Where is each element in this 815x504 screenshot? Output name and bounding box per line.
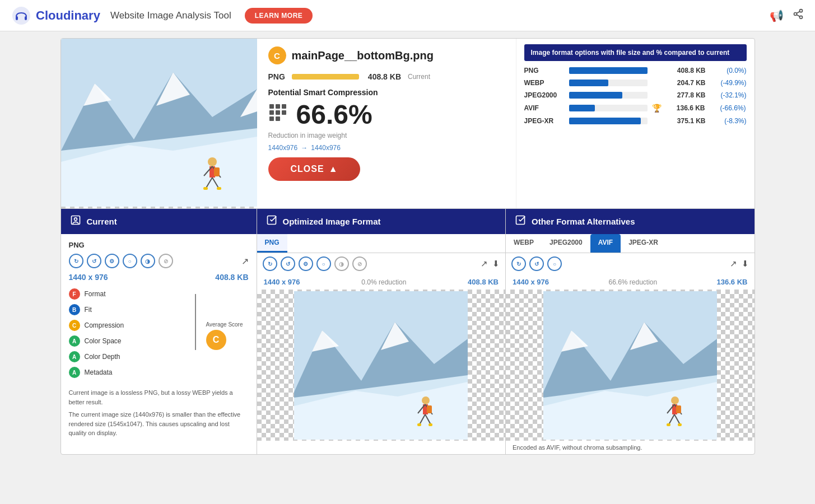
bottom-panels: Current PNG ↻ ↺ ⚙ ○ ◑ ⊘ ↗ 1440 x 976 408… <box>61 208 755 454</box>
fmt-name: JPEG-XR <box>524 117 565 125</box>
svg-rect-1 <box>16 16 18 20</box>
fmt-bar <box>569 67 648 74</box>
svg-line-6 <box>797 15 800 16</box>
other-panel: Other Format Alternatives WEBPJPEG2000AV… <box>506 209 755 454</box>
panel-desc2: The current image size (1440x976) is sma… <box>69 410 249 438</box>
current-label: Current <box>87 217 117 226</box>
tab-png[interactable]: PNG <box>257 234 287 253</box>
share-icon[interactable] <box>793 8 804 22</box>
icon-refresh2[interactable]: ↺ <box>87 254 101 268</box>
learn-more-button[interactable]: LEARN MORE <box>245 8 313 24</box>
other-header-label: Other Format Alternatives <box>532 217 635 226</box>
fmt-bar-container <box>569 67 648 74</box>
optimized-icon <box>266 214 277 228</box>
svg-rect-29 <box>282 110 286 115</box>
logo: Cloudinary <box>11 6 100 26</box>
tab-avif[interactable]: AVIF <box>590 234 621 253</box>
header-title: Website Image Analysis Tool <box>110 10 231 21</box>
format-size: 408.8 KB <box>368 72 401 81</box>
opt-icon3[interactable]: ⚙ <box>299 256 313 271</box>
icon-circle1[interactable]: ◑ <box>141 254 155 268</box>
other-panel-header: Other Format Alternatives <box>506 209 755 234</box>
fmt-name: WEBP <box>524 79 565 87</box>
fmt-size: 375.1 KB <box>667 117 706 125</box>
score-items: F Format B Fit C Compression A Color Spa… <box>69 288 183 382</box>
opt-size: 408.8 KB <box>468 278 499 286</box>
score-item: F Format <box>69 288 183 300</box>
icon-globe[interactable]: ○ <box>123 254 137 268</box>
dim-to: 1440x976 <box>311 144 341 152</box>
oth-external-icon[interactable]: ↗ <box>730 259 737 269</box>
oth-size: 136.6 KB <box>717 278 748 286</box>
icon-refresh1[interactable]: ↻ <box>69 254 83 268</box>
format-options: Image format options with file size and … <box>516 39 755 208</box>
optimized-panel: Optimized Image Format PNG ↻ ↺ ⚙ ○ ◑ ⊘ ↗… <box>257 209 506 454</box>
opt-icon6[interactable]: ⊘ <box>352 256 367 271</box>
fmt-size: 136.6 KB <box>666 104 705 112</box>
file-header: C mainPage__bottomBg.png <box>268 46 505 64</box>
icon-slash[interactable]: ⊘ <box>159 254 173 268</box>
preview-image <box>61 39 257 207</box>
current-panel-body: PNG ↻ ↺ ⚙ ○ ◑ ⊘ ↗ 1440 x 976 408.8 KB F <box>61 234 257 445</box>
format-options-header: Image format options with file size and … <box>524 44 747 61</box>
svg-rect-48 <box>417 423 421 426</box>
opt-reduction: 0.0% reduction <box>361 278 406 286</box>
svg-rect-31 <box>276 116 280 121</box>
opt-icon4[interactable]: ○ <box>316 256 331 271</box>
svg-rect-63 <box>676 405 681 413</box>
other-icon <box>515 214 526 228</box>
format-row-item: AVIF 🏆 136.6 KB (-66.6%) <box>524 104 747 113</box>
megaphone-icon[interactable]: 📢 <box>770 9 784 22</box>
tab-webp[interactable]: WEBP <box>506 234 542 253</box>
panel-filesize: 408.8 KB <box>215 273 248 282</box>
format-rows: PNG 408.8 KB (0.0%) WEBP 204.7 KB (-49.9… <box>524 67 747 125</box>
current-panel-header: Current <box>61 209 257 234</box>
svg-point-41 <box>422 396 430 404</box>
svg-rect-24 <box>269 104 274 109</box>
panel-icons-row: ↻ ↺ ⚙ ○ ◑ ⊘ ↗ <box>69 254 249 268</box>
external-link-icon[interactable]: ↗ <box>241 256 249 267</box>
fmt-bar-container <box>569 105 648 111</box>
svg-rect-47 <box>427 405 432 413</box>
opt-icon1[interactable]: ↻ <box>263 256 277 271</box>
logo-text: Cloudinary <box>36 8 100 23</box>
optimized-image-area <box>257 290 506 441</box>
score-item-label: Color Depth <box>85 353 120 361</box>
score-item-label: Color Space <box>85 337 122 345</box>
format-bar <box>292 74 359 80</box>
svg-rect-21 <box>214 167 220 176</box>
tab-jpeg-xr[interactable]: JPEG-XR <box>621 234 666 253</box>
opt-icon5[interactable]: ◑ <box>334 256 349 271</box>
svg-rect-26 <box>282 104 286 109</box>
svg-rect-25 <box>276 104 280 109</box>
svg-rect-23 <box>217 187 221 190</box>
svg-rect-50 <box>516 216 525 225</box>
fmt-pct: (-49.9%) <box>710 79 747 87</box>
other-icons-bar: ↻ ↺ ○ ↗ ⬇ <box>506 253 755 274</box>
top-section: C mainPage__bottomBg.png PNG 408.8 KB Cu… <box>61 39 755 208</box>
score-item-label: Metadata <box>85 368 113 376</box>
svg-rect-64 <box>667 423 670 426</box>
current-panel: Current PNG ↻ ↺ ⚙ ○ ◑ ⊘ ↗ 1440 x 976 408… <box>61 209 257 454</box>
oth-download-icon[interactable]: ⬇ <box>742 259 749 269</box>
close-button[interactable]: CLOSE ▲ <box>268 157 361 181</box>
tab-jpeg2000[interactable]: JPEG2000 <box>542 234 590 253</box>
file-name: mainPage__bottomBg.png <box>292 49 434 62</box>
oth-icon1[interactable]: ↻ <box>511 256 526 271</box>
file-avatar: C <box>268 46 286 64</box>
format-row: PNG 408.8 KB Current <box>268 72 505 81</box>
opt-icon2[interactable]: ↺ <box>281 256 295 271</box>
fmt-bar-container <box>569 80 648 86</box>
oth-icon2[interactable]: ↺ <box>529 256 544 271</box>
fmt-pct: (-32.1%) <box>710 91 747 99</box>
opt-external-icon[interactable]: ↗ <box>481 259 488 269</box>
panel-desc1: Current image is a lossless PNG, but a l… <box>69 388 249 407</box>
score-badge: B <box>69 304 80 315</box>
score-item: C Compression <box>69 320 183 331</box>
icon-setting1[interactable]: ⚙ <box>105 254 119 268</box>
compression-pct: 66.6% <box>296 101 372 128</box>
opt-download-icon[interactable]: ⬇ <box>492 259 500 269</box>
oth-icon3[interactable]: ○ <box>547 256 562 271</box>
svg-rect-28 <box>276 110 280 115</box>
format-label: PNG <box>268 72 285 81</box>
